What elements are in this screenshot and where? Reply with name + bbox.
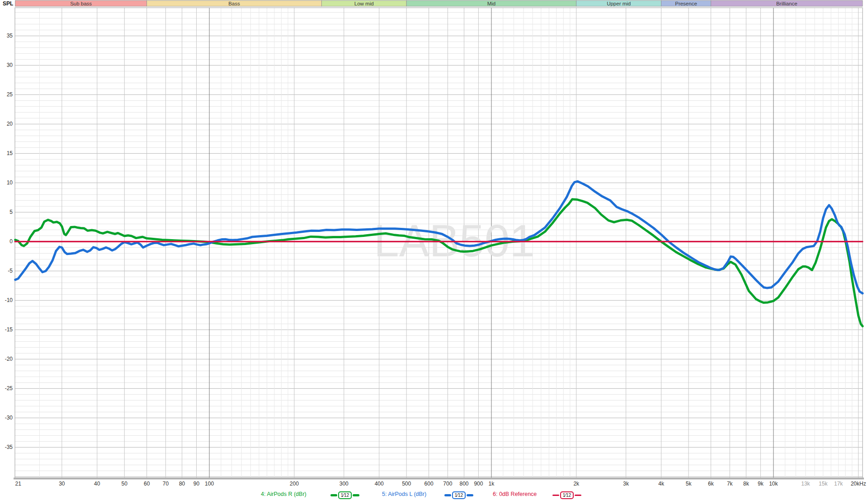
x-tick-label-10k: 10k bbox=[769, 481, 778, 487]
legend-item-reference[interactable]: 6: 0dB Reference bbox=[493, 491, 537, 497]
x-tick-label-1k: 1k bbox=[489, 481, 495, 487]
x-tick-label-13k: 13k bbox=[801, 481, 810, 487]
x-tick-label-15k: 15k bbox=[819, 481, 828, 487]
x-tick-label-9k: 9k bbox=[758, 481, 764, 487]
legend-marker-reference[interactable]: 1⁄12 bbox=[552, 491, 581, 499]
y-tick-label: 35 bbox=[7, 33, 13, 39]
y-tick-label: -10 bbox=[5, 297, 13, 303]
y-tick-label: 25 bbox=[7, 91, 13, 98]
x-tick-label-100: 100 bbox=[205, 481, 214, 487]
y-tick-label: -25 bbox=[5, 385, 13, 392]
band-label-mid: Mid bbox=[487, 1, 496, 6]
legend-line-left bbox=[330, 494, 337, 496]
legend-marker-airpods-r[interactable]: 1⁄12 bbox=[330, 491, 359, 499]
band-label-upper-mid: Upper mid bbox=[607, 1, 631, 6]
x-tick-label-20kHz: 20kHz bbox=[851, 481, 866, 487]
x-tick-label-8k: 8k bbox=[743, 481, 750, 487]
x-axis-labels: 2130405060708090100200300400500600700800… bbox=[15, 481, 866, 487]
band-label-presence: Presence bbox=[675, 1, 697, 6]
legend-item-airpods-l[interactable]: 5: AirPods L (dBr) bbox=[382, 491, 426, 497]
x-tick-label-300: 300 bbox=[340, 481, 349, 487]
x-tick-label-800: 800 bbox=[459, 481, 468, 487]
x-tick-label-600: 600 bbox=[425, 481, 434, 487]
y-tick-label: -15 bbox=[5, 326, 13, 333]
y-axis-labels: 35302520151050-5-10-15-20-25-30-35 bbox=[5, 33, 13, 450]
x-tick-label-90: 90 bbox=[193, 481, 200, 487]
legend-line-left bbox=[552, 495, 559, 496]
y-tick-label: 15 bbox=[7, 150, 13, 156]
chart-canvas: Sub bassBassLow midMidUpper midPresenceB… bbox=[0, 0, 868, 500]
y-tick-label: 20 bbox=[7, 121, 13, 127]
x-tick-label-60: 60 bbox=[144, 481, 150, 487]
x-tick-label-50: 50 bbox=[122, 481, 128, 487]
x-tick-label-7k: 7k bbox=[727, 481, 733, 487]
legend-line-right bbox=[575, 495, 581, 496]
legend-item-airpods-r[interactable]: 4: AirPods R (dBr) bbox=[261, 491, 307, 497]
x-tick-label-4k: 4k bbox=[658, 481, 665, 487]
x-tick-label-400: 400 bbox=[375, 481, 384, 487]
frequency-bands: Sub bassBassLow midMidUpper midPresenceB… bbox=[15, 0, 863, 6]
x-tick-label-70: 70 bbox=[163, 481, 169, 487]
y-tick-label: -5 bbox=[8, 268, 13, 274]
x-tick-label-700: 700 bbox=[443, 481, 452, 487]
x-tick-label-2k: 2k bbox=[573, 481, 580, 487]
x-tick-label-30: 30 bbox=[59, 481, 65, 487]
spl-axis-label: SPL bbox=[3, 0, 13, 7]
legend-line-left bbox=[444, 494, 451, 496]
smoothing-badge[interactable]: 1⁄12 bbox=[560, 491, 574, 499]
band-label-sub-bass: Sub bass bbox=[70, 1, 92, 6]
band-label-low-mid: Low mid bbox=[354, 1, 374, 6]
smoothing-badge[interactable]: 1⁄12 bbox=[452, 491, 466, 499]
y-tick-label: 10 bbox=[7, 179, 13, 186]
legend-label-reference[interactable]: 6: 0dB Reference bbox=[493, 491, 537, 497]
legend-line-right bbox=[353, 494, 359, 496]
legend-marker-airpods-l[interactable]: 1⁄12 bbox=[444, 491, 473, 499]
y-tick-label: -20 bbox=[5, 356, 13, 362]
x-tick-label-6k: 6k bbox=[708, 481, 714, 487]
y-tick-label: 0 bbox=[9, 238, 13, 245]
x-tick-label-40: 40 bbox=[94, 481, 100, 487]
x-tick-label-5k: 5k bbox=[686, 481, 692, 487]
x-tick-label-21: 21 bbox=[15, 481, 22, 487]
y-tick-label: -35 bbox=[5, 444, 13, 450]
smoothing-badge[interactable]: 1⁄12 bbox=[338, 491, 352, 499]
x-tick-label-500: 500 bbox=[402, 481, 411, 487]
x-tick-label-200: 200 bbox=[290, 481, 299, 487]
y-tick-label: 30 bbox=[7, 62, 13, 68]
x-tick-label-80: 80 bbox=[179, 481, 185, 487]
x-tick-label-3k: 3k bbox=[623, 481, 629, 487]
x-tick-label-17k: 17k bbox=[834, 481, 843, 487]
legend-label-airpods-r[interactable]: 4: AirPods R (dBr) bbox=[261, 491, 307, 497]
spl-frequency-response-chart: Sub bassBassLow midMidUpper midPresenceB… bbox=[0, 0, 868, 500]
band-label-brilliance: Brilliance bbox=[776, 1, 797, 6]
y-tick-label: 5 bbox=[9, 209, 13, 215]
legend-label-airpods-l[interactable]: 5: AirPods L (dBr) bbox=[382, 491, 426, 497]
x-tick-label-900: 900 bbox=[474, 481, 483, 487]
y-tick-label: -30 bbox=[5, 415, 13, 421]
legend-line-right bbox=[467, 494, 473, 496]
band-label-bass: Bass bbox=[228, 1, 240, 6]
